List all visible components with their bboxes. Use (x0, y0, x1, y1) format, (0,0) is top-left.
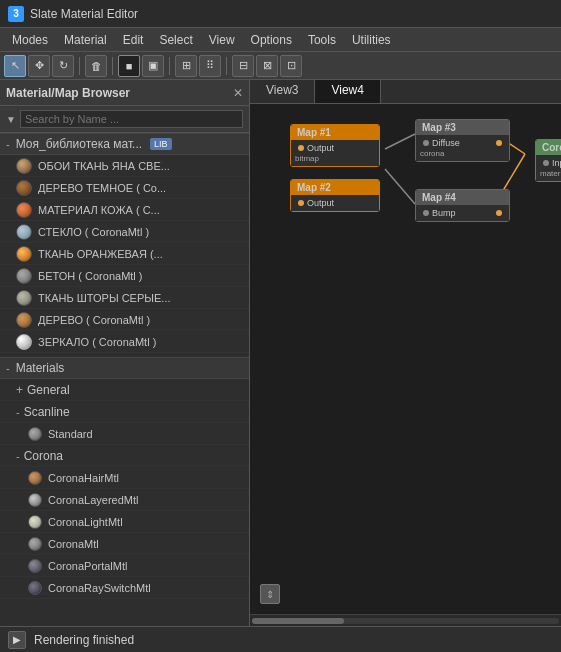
node-port: Output (295, 198, 375, 208)
node-port: Diffuse (420, 138, 505, 148)
corona-collapse-icon: - (16, 450, 20, 462)
toolbar-delete-btn[interactable]: 🗑 (85, 55, 107, 77)
toolbar-layout3-btn[interactable]: ⊡ (280, 55, 302, 77)
viewport-panel: View3 View4 Map #1 Output (250, 80, 561, 626)
general-expand-icon: + (16, 383, 23, 397)
toolbar-sep-4 (226, 57, 227, 75)
mat-ball (28, 581, 42, 595)
mat-ball (28, 493, 42, 507)
node-coronamtl-body: Input material (536, 155, 561, 181)
general-group-header[interactable]: + General (0, 379, 249, 401)
node-coronamtl[interactable]: CoronaMtl Input material (535, 139, 561, 182)
general-label: General (27, 383, 70, 397)
port-label: Output (307, 198, 334, 208)
corona-label: Corona (24, 449, 63, 463)
node-map3[interactable]: Map #3 Diffuse corona (415, 119, 510, 162)
list-item[interactable]: CoronaLayeredMtl (0, 489, 249, 511)
mat-ball (28, 515, 42, 529)
list-item[interactable]: CoronaRaySwitchMtl (0, 577, 249, 599)
node-map1[interactable]: Map #1 Output bitmap (290, 124, 380, 167)
toolbar: ↖ ✥ ↻ 🗑 ■ ▣ ⊞ ⠿ ⊟ ⊠ ⊡ (0, 52, 561, 80)
mat-label: ТКАНЬ ШТОРЫ СЕРЫЕ... (38, 292, 171, 304)
search-input[interactable] (20, 110, 243, 128)
menu-view[interactable]: View (201, 28, 243, 51)
mat-label: МАТЕРИАЛ КОЖА ( C... (38, 204, 160, 216)
port-dot-out (496, 210, 502, 216)
port-dot (298, 200, 304, 206)
toolbar-layout2-btn[interactable]: ⊠ (256, 55, 278, 77)
node-map2-body: Output (291, 195, 379, 211)
search-arrow-icon: ▼ (6, 114, 16, 125)
mat-ball (28, 537, 42, 551)
panel-title: Material/Map Browser (6, 86, 130, 100)
browser-list[interactable]: - Моя_библиотека мат... LIB ОБОИ ТКАНЬ Я… (0, 133, 249, 626)
port-label: material (540, 169, 561, 178)
library-section-header[interactable]: - Моя_библиотека мат... LIB (0, 133, 249, 155)
node-map4[interactable]: Map #4 Bump (415, 189, 510, 222)
viewport-canvas[interactable]: Map #1 Output bitmap Map #2 (250, 104, 561, 614)
list-item[interactable]: CoronaLightMtl (0, 511, 249, 533)
list-item[interactable]: ДЕРЕВО ( CoronaMtl ) (0, 309, 249, 331)
toolbar-grid-btn[interactable]: ⊞ (175, 55, 197, 77)
menu-options[interactable]: Options (243, 28, 300, 51)
viewport-scrollbar[interactable] (250, 614, 561, 626)
menu-select[interactable]: Select (151, 28, 200, 51)
list-item[interactable]: CoronaHairMtl (0, 467, 249, 489)
svg-line-0 (385, 134, 415, 149)
tab-view4[interactable]: View4 (315, 80, 380, 103)
toolbar-render-btn[interactable]: ■ (118, 55, 140, 77)
materials-section-header[interactable]: - Materials (0, 357, 249, 379)
mat-label: СТЕКЛО ( CoronaMtl ) (38, 226, 149, 238)
panel-close-btn[interactable]: ✕ (233, 86, 243, 100)
menu-edit[interactable]: Edit (115, 28, 152, 51)
scroll-icon[interactable]: ⇕ (260, 584, 280, 604)
menu-modes[interactable]: Modes (4, 28, 56, 51)
mat-ball (16, 268, 32, 284)
mat-label: ОБОИ ТКАНЬ ЯНА СВЕ... (38, 160, 170, 172)
list-item[interactable]: CoronaPortalMtl (0, 555, 249, 577)
mat-label: CoronaRaySwitchMtl (48, 582, 151, 594)
list-item[interactable]: ОБОИ ТКАНЬ ЯНА СВЕ... (0, 155, 249, 177)
toolbar-arrow-btn[interactable]: ↖ (4, 55, 26, 77)
list-item[interactable]: СТЕКЛО ( CoronaMtl ) (0, 221, 249, 243)
list-item[interactable]: ТКАНЬ ОРАНЖЕВАЯ (... (0, 243, 249, 265)
node-port: bitmap (295, 154, 375, 163)
scanline-group-header[interactable]: - Scanline (0, 401, 249, 423)
menu-utilities[interactable]: Utilities (344, 28, 399, 51)
toolbar-move-btn[interactable]: ✥ (28, 55, 50, 77)
mat-label: CoronaPortalMtl (48, 560, 127, 572)
list-item[interactable]: ТКАНЬ ШТОРЫ СЕРЫЕ... (0, 287, 249, 309)
status-text: Rendering finished (34, 633, 134, 647)
corona-group-header[interactable]: - Corona (0, 445, 249, 467)
toolbar-sep-3 (169, 57, 170, 75)
toolbar-layout1-btn[interactable]: ⊟ (232, 55, 254, 77)
title-bar: 3 Slate Material Editor (0, 0, 561, 28)
scrollbar-thumb[interactable] (252, 618, 344, 624)
port-dot (298, 145, 304, 151)
list-item[interactable]: ЗЕРКАЛО ( CoronaMtl ) (0, 331, 249, 353)
port-label: Diffuse (432, 138, 460, 148)
status-icon: ▶ (8, 631, 26, 649)
list-item[interactable]: БЕТОН ( CoronaMtl ) (0, 265, 249, 287)
menu-tools[interactable]: Tools (300, 28, 344, 51)
node-map2[interactable]: Map #2 Output (290, 179, 380, 212)
menu-material[interactable]: Material (56, 28, 115, 51)
materials-section-title: Materials (16, 361, 65, 375)
list-item[interactable]: МАТЕРИАЛ КОЖА ( C... (0, 199, 249, 221)
toolbar-b1-btn[interactable]: ▣ (142, 55, 164, 77)
list-item[interactable]: Standard (0, 423, 249, 445)
scanline-label: Scanline (24, 405, 70, 419)
port-label: corona (420, 149, 444, 158)
list-item[interactable]: CoronaMtl (0, 533, 249, 555)
node-port: Output (295, 143, 375, 153)
mat-label: ДЕРЕВО ( CoronaMtl ) (38, 314, 150, 326)
materials-collapse-icon: - (6, 362, 10, 374)
mat-ball (16, 312, 32, 328)
toolbar-dots-btn[interactable]: ⠿ (199, 55, 221, 77)
node-port: Input (540, 158, 561, 168)
list-item[interactable]: ДЕРЕВО ТЕМНОЕ ( Co... (0, 177, 249, 199)
port-label: Input (552, 158, 561, 168)
tab-view3[interactable]: View3 (250, 80, 315, 103)
toolbar-rotate-btn[interactable]: ↻ (52, 55, 74, 77)
mat-label: CoronaHairMtl (48, 472, 119, 484)
